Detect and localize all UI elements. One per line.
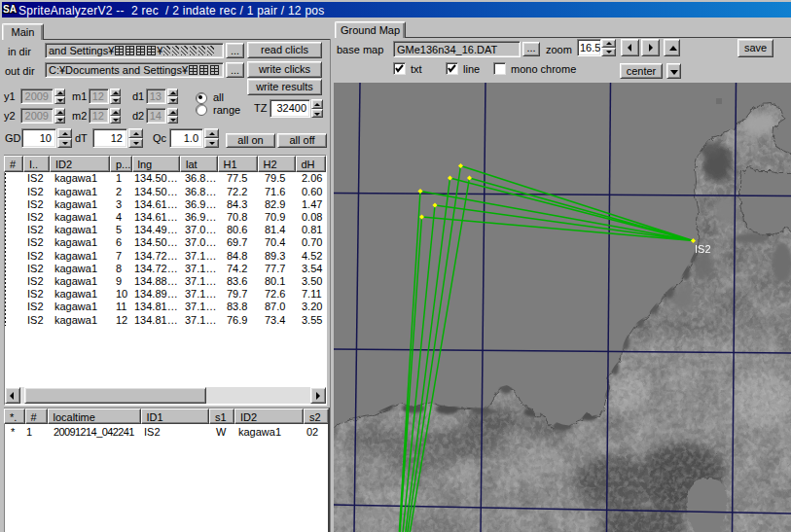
- svg-text:IS2: IS2: [695, 243, 711, 255]
